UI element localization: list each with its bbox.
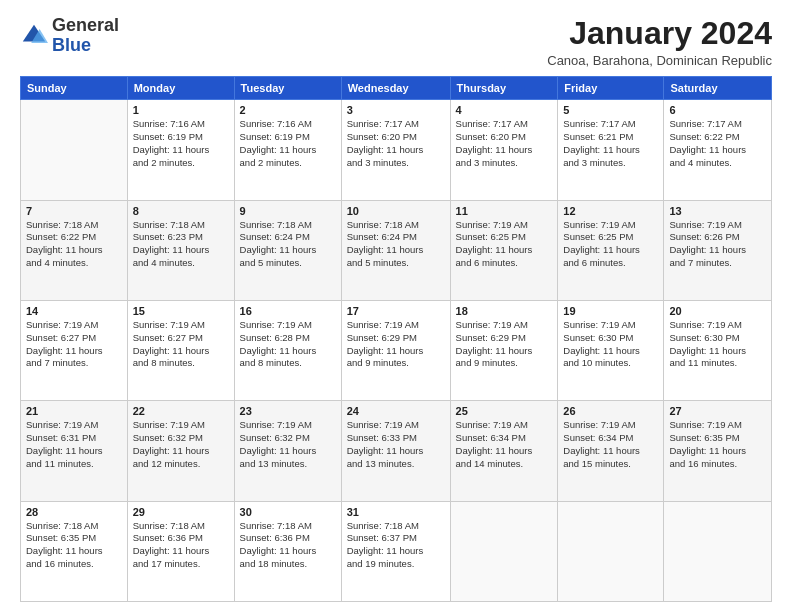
week-row-0: 1Sunrise: 7:16 AMSunset: 6:19 PMDaylight… (21, 100, 772, 200)
calendar-cell: 7Sunrise: 7:18 AMSunset: 6:22 PMDaylight… (21, 200, 128, 300)
day-info: Sunrise: 7:19 AMSunset: 6:33 PMDaylight:… (347, 419, 445, 470)
week-row-3: 21Sunrise: 7:19 AMSunset: 6:31 PMDayligh… (21, 401, 772, 501)
day-info: Sunrise: 7:19 AMSunset: 6:30 PMDaylight:… (563, 319, 658, 370)
calendar-cell: 3Sunrise: 7:17 AMSunset: 6:20 PMDaylight… (341, 100, 450, 200)
day-info: Sunrise: 7:18 AMSunset: 6:37 PMDaylight:… (347, 520, 445, 571)
day-info: Sunrise: 7:19 AMSunset: 6:26 PMDaylight:… (669, 219, 766, 270)
calendar-cell: 16Sunrise: 7:19 AMSunset: 6:28 PMDayligh… (234, 300, 341, 400)
day-number: 5 (563, 104, 658, 116)
day-info: Sunrise: 7:16 AMSunset: 6:19 PMDaylight:… (240, 118, 336, 169)
calendar-cell: 11Sunrise: 7:19 AMSunset: 6:25 PMDayligh… (450, 200, 558, 300)
day-number: 31 (347, 506, 445, 518)
calendar-cell: 5Sunrise: 7:17 AMSunset: 6:21 PMDaylight… (558, 100, 664, 200)
calendar-cell: 19Sunrise: 7:19 AMSunset: 6:30 PMDayligh… (558, 300, 664, 400)
day-number: 20 (669, 305, 766, 317)
calendar-cell: 29Sunrise: 7:18 AMSunset: 6:36 PMDayligh… (127, 501, 234, 601)
day-number: 7 (26, 205, 122, 217)
day-number: 6 (669, 104, 766, 116)
header-day-monday: Monday (127, 77, 234, 100)
logo-text: General Blue (52, 16, 119, 56)
calendar-header: SundayMondayTuesdayWednesdayThursdayFrid… (21, 77, 772, 100)
day-info: Sunrise: 7:19 AMSunset: 6:32 PMDaylight:… (240, 419, 336, 470)
day-number: 26 (563, 405, 658, 417)
calendar-cell: 31Sunrise: 7:18 AMSunset: 6:37 PMDayligh… (341, 501, 450, 601)
calendar-cell (664, 501, 772, 601)
day-number: 21 (26, 405, 122, 417)
day-number: 25 (456, 405, 553, 417)
day-info: Sunrise: 7:19 AMSunset: 6:25 PMDaylight:… (456, 219, 553, 270)
title-block: January 2024 Canoa, Barahona, Dominican … (547, 16, 772, 68)
day-number: 29 (133, 506, 229, 518)
calendar-cell: 24Sunrise: 7:19 AMSunset: 6:33 PMDayligh… (341, 401, 450, 501)
calendar-cell: 12Sunrise: 7:19 AMSunset: 6:25 PMDayligh… (558, 200, 664, 300)
day-number: 17 (347, 305, 445, 317)
day-info: Sunrise: 7:17 AMSunset: 6:20 PMDaylight:… (456, 118, 553, 169)
day-number: 2 (240, 104, 336, 116)
day-info: Sunrise: 7:18 AMSunset: 6:24 PMDaylight:… (240, 219, 336, 270)
calendar-cell: 18Sunrise: 7:19 AMSunset: 6:29 PMDayligh… (450, 300, 558, 400)
calendar-cell (450, 501, 558, 601)
header-day-saturday: Saturday (664, 77, 772, 100)
calendar-body: 1Sunrise: 7:16 AMSunset: 6:19 PMDaylight… (21, 100, 772, 602)
header-day-thursday: Thursday (450, 77, 558, 100)
logo-general: General (52, 16, 119, 36)
day-info: Sunrise: 7:19 AMSunset: 6:29 PMDaylight:… (347, 319, 445, 370)
day-number: 23 (240, 405, 336, 417)
calendar-cell: 22Sunrise: 7:19 AMSunset: 6:32 PMDayligh… (127, 401, 234, 501)
week-row-2: 14Sunrise: 7:19 AMSunset: 6:27 PMDayligh… (21, 300, 772, 400)
calendar-cell: 1Sunrise: 7:16 AMSunset: 6:19 PMDaylight… (127, 100, 234, 200)
day-number: 1 (133, 104, 229, 116)
day-info: Sunrise: 7:19 AMSunset: 6:28 PMDaylight:… (240, 319, 336, 370)
logo: General Blue (20, 16, 119, 56)
day-number: 24 (347, 405, 445, 417)
day-number: 19 (563, 305, 658, 317)
calendar-cell: 9Sunrise: 7:18 AMSunset: 6:24 PMDaylight… (234, 200, 341, 300)
header-day-sunday: Sunday (21, 77, 128, 100)
day-number: 22 (133, 405, 229, 417)
calendar-cell: 2Sunrise: 7:16 AMSunset: 6:19 PMDaylight… (234, 100, 341, 200)
calendar-cell: 25Sunrise: 7:19 AMSunset: 6:34 PMDayligh… (450, 401, 558, 501)
day-number: 30 (240, 506, 336, 518)
calendar-cell: 21Sunrise: 7:19 AMSunset: 6:31 PMDayligh… (21, 401, 128, 501)
day-number: 18 (456, 305, 553, 317)
logo-blue: Blue (52, 36, 119, 56)
day-info: Sunrise: 7:19 AMSunset: 6:29 PMDaylight:… (456, 319, 553, 370)
calendar-table: SundayMondayTuesdayWednesdayThursdayFrid… (20, 76, 772, 602)
day-number: 27 (669, 405, 766, 417)
calendar-cell: 23Sunrise: 7:19 AMSunset: 6:32 PMDayligh… (234, 401, 341, 501)
day-number: 13 (669, 205, 766, 217)
header-day-tuesday: Tuesday (234, 77, 341, 100)
day-info: Sunrise: 7:19 AMSunset: 6:34 PMDaylight:… (563, 419, 658, 470)
calendar-cell: 26Sunrise: 7:19 AMSunset: 6:34 PMDayligh… (558, 401, 664, 501)
header-day-friday: Friday (558, 77, 664, 100)
day-number: 16 (240, 305, 336, 317)
calendar-cell (558, 501, 664, 601)
header-day-wednesday: Wednesday (341, 77, 450, 100)
day-info: Sunrise: 7:19 AMSunset: 6:32 PMDaylight:… (133, 419, 229, 470)
day-info: Sunrise: 7:17 AMSunset: 6:21 PMDaylight:… (563, 118, 658, 169)
calendar-cell: 4Sunrise: 7:17 AMSunset: 6:20 PMDaylight… (450, 100, 558, 200)
day-info: Sunrise: 7:19 AMSunset: 6:31 PMDaylight:… (26, 419, 122, 470)
calendar-cell: 28Sunrise: 7:18 AMSunset: 6:35 PMDayligh… (21, 501, 128, 601)
day-number: 10 (347, 205, 445, 217)
day-info: Sunrise: 7:18 AMSunset: 6:22 PMDaylight:… (26, 219, 122, 270)
page: General Blue January 2024 Canoa, Barahon… (0, 0, 792, 612)
week-row-4: 28Sunrise: 7:18 AMSunset: 6:35 PMDayligh… (21, 501, 772, 601)
day-info: Sunrise: 7:18 AMSunset: 6:35 PMDaylight:… (26, 520, 122, 571)
calendar-cell: 20Sunrise: 7:19 AMSunset: 6:30 PMDayligh… (664, 300, 772, 400)
calendar-cell: 10Sunrise: 7:18 AMSunset: 6:24 PMDayligh… (341, 200, 450, 300)
day-number: 4 (456, 104, 553, 116)
calendar-cell: 27Sunrise: 7:19 AMSunset: 6:35 PMDayligh… (664, 401, 772, 501)
day-number: 8 (133, 205, 229, 217)
subtitle: Canoa, Barahona, Dominican Republic (547, 53, 772, 68)
week-row-1: 7Sunrise: 7:18 AMSunset: 6:22 PMDaylight… (21, 200, 772, 300)
header: General Blue January 2024 Canoa, Barahon… (20, 16, 772, 68)
day-info: Sunrise: 7:19 AMSunset: 6:27 PMDaylight:… (133, 319, 229, 370)
day-info: Sunrise: 7:18 AMSunset: 6:23 PMDaylight:… (133, 219, 229, 270)
day-number: 14 (26, 305, 122, 317)
day-info: Sunrise: 7:19 AMSunset: 6:34 PMDaylight:… (456, 419, 553, 470)
day-number: 11 (456, 205, 553, 217)
calendar-cell: 17Sunrise: 7:19 AMSunset: 6:29 PMDayligh… (341, 300, 450, 400)
day-number: 9 (240, 205, 336, 217)
header-row: SundayMondayTuesdayWednesdayThursdayFrid… (21, 77, 772, 100)
